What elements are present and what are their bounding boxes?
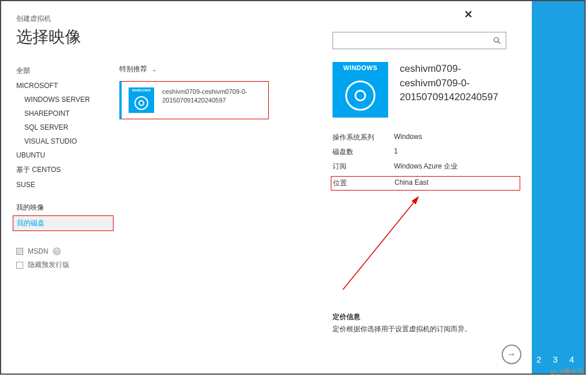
arrow-right-icon: → bbox=[507, 349, 516, 360]
watermark: gs_h啄木鸟 bbox=[550, 367, 583, 376]
msdn-label: MSDN bbox=[28, 247, 48, 255]
prop-location-row: 位置 China East bbox=[331, 176, 520, 191]
msdn-checkbox-row[interactable]: MSDN ? bbox=[16, 245, 114, 258]
sidebar-item-centos[interactable]: 基于 CENTOS bbox=[16, 162, 114, 178]
hide-prerelease-label: 隐藏预发行版 bbox=[28, 260, 70, 270]
step-2[interactable]: 2 bbox=[536, 354, 541, 364]
pricing-title: 定价信息 bbox=[333, 312, 520, 322]
prop-disks-value: 1 bbox=[394, 147, 520, 157]
disk-image-item[interactable]: WINDOWS ceshivm0709-ceshivm0709-0- 20150… bbox=[119, 81, 269, 119]
sidebar-item-ubuntu[interactable]: UBUNTU bbox=[16, 148, 114, 162]
hide-prerelease-checkbox-row[interactable]: 隐藏预发行版 bbox=[16, 258, 114, 272]
windows-disk-icon: WINDOWS bbox=[129, 87, 154, 113]
recommend-label: 特别推荐 bbox=[119, 64, 147, 74]
prop-os-value: Windows bbox=[394, 133, 520, 142]
sidebar-item-my-images[interactable]: 我的映像 bbox=[16, 200, 114, 215]
sidebar-item-microsoft[interactable]: MICROSOFT bbox=[16, 79, 114, 93]
category-sidebar: 全部 MICROSOFT WINDOWS SERVER SHAREPOINT S… bbox=[16, 63, 114, 362]
search-input[interactable] bbox=[333, 32, 506, 49]
help-icon[interactable]: ? bbox=[53, 247, 61, 255]
detail-title: ceshivm0709- ceshivm0709-0- 201507091420… bbox=[400, 62, 498, 105]
close-icon[interactable]: ✕ bbox=[464, 8, 473, 21]
recommend-dropdown[interactable]: 特别推荐 ⌄ bbox=[119, 64, 156, 74]
windows-disk-icon-large: WINDOWS bbox=[333, 62, 388, 118]
prop-subscription-value: Windows Azure 企业 bbox=[394, 162, 520, 171]
step-3[interactable]: 3 bbox=[553, 354, 557, 364]
sidebar-item-sql-server[interactable]: SQL SERVER bbox=[16, 120, 114, 134]
prop-os-label: 操作系统系列 bbox=[333, 133, 394, 142]
prop-disks-label: 磁盘数 bbox=[333, 147, 394, 157]
search-icon bbox=[493, 36, 501, 45]
wizard-steps-strip: 2 3 4 bbox=[532, 1, 585, 374]
pricing-text: 定价根据你选择用于设置虚拟机的订阅而异。 bbox=[333, 324, 520, 334]
sidebar-item-suse[interactable]: SUSE bbox=[16, 178, 114, 192]
next-button[interactable]: → bbox=[502, 345, 521, 364]
breadcrumb: 创建虚拟机 bbox=[16, 14, 520, 24]
prop-location-label: 位置 bbox=[333, 178, 395, 188]
sidebar-item-all[interactable]: 全部 bbox=[16, 63, 114, 79]
checkbox-icon bbox=[16, 262, 23, 269]
sidebar-item-sharepoint[interactable]: SHAREPOINT bbox=[16, 107, 114, 120]
sidebar-item-windows-server[interactable]: WINDOWS SERVER bbox=[16, 93, 114, 107]
prop-location-value: China East bbox=[395, 178, 520, 188]
svg-point-0 bbox=[494, 38, 499, 42]
sidebar-item-visual-studio[interactable]: VISUAL STUDIO bbox=[16, 134, 114, 148]
step-4[interactable]: 4 bbox=[569, 354, 574, 364]
checkbox-icon bbox=[16, 248, 23, 255]
sidebar-item-my-disks[interactable]: 我的磁盘 bbox=[13, 215, 114, 231]
disk-image-name: ceshivm0709-ceshivm0709-0- 2015070914202… bbox=[162, 87, 247, 105]
prop-subscription-label: 订阅 bbox=[333, 162, 394, 171]
chevron-down-icon: ⌄ bbox=[152, 66, 156, 72]
svg-line-1 bbox=[498, 42, 501, 44]
